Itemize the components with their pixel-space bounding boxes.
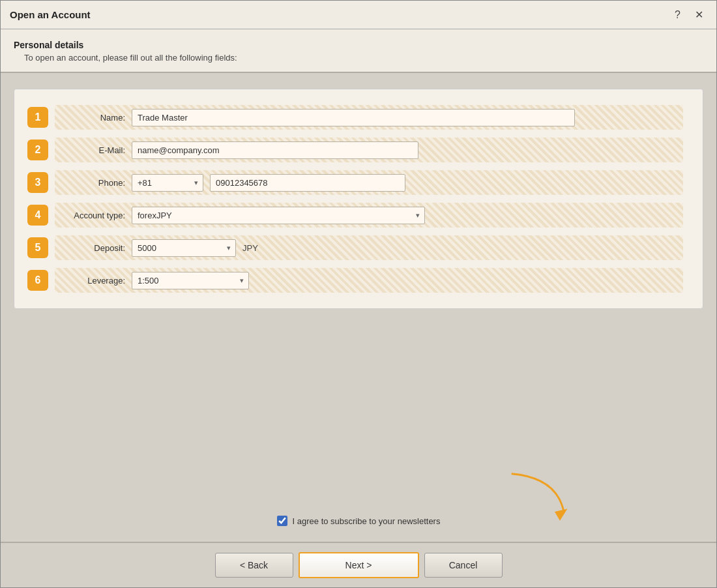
phone-row-hatch: Phone: +81 +1 +44 +86 +91 ▾ [55, 170, 683, 195]
leverage-label: Leverage: [60, 276, 125, 286]
phone-number-input[interactable] [210, 174, 405, 192]
button-bar: < Back Next > Cancel [1, 543, 716, 587]
form-row-account-type: 4 Account type: forexJPY forexUSD forexE… [27, 203, 683, 228]
phone-country-select[interactable]: +81 +1 +44 +86 +91 [132, 174, 203, 192]
title-bar: Open an Account ? ✕ [1, 1, 716, 29]
form-row-email: 2 E-Mail: [27, 138, 683, 162]
title-bar-buttons: ? ✕ [671, 8, 707, 22]
step-badge-1: 1 [27, 107, 48, 128]
email-input[interactable] [132, 141, 418, 159]
close-button[interactable]: ✕ [691, 8, 707, 22]
newsletter-checkbox[interactable] [277, 516, 287, 526]
step-badge-3: 3 [27, 172, 48, 193]
account-type-wrapper: forexJPY forexUSD forexEUR ▾ [132, 207, 425, 224]
name-row-hatch: Name: [55, 105, 683, 130]
email-row-hatch: E-Mail: [55, 138, 683, 162]
step-badge-5: 5 [27, 237, 48, 258]
section-subtitle: To open an account, please fill out all … [24, 53, 703, 63]
step-badge-4: 4 [27, 205, 48, 226]
newsletter-checkbox-area: I agree to subscribe to your newsletters [14, 503, 703, 531]
leverage-row-hatch: Leverage: 1:500 1:100 1:50 1:25 1:10 1:1… [55, 268, 683, 293]
leverage-wrapper: 1:500 1:100 1:50 1:25 1:10 1:1 ▾ [132, 272, 249, 289]
email-label: E-Mail: [60, 145, 125, 155]
section-title: Personal details [14, 40, 703, 50]
phone-country-wrapper: +81 +1 +44 +86 +91 ▾ [132, 174, 203, 192]
newsletter-checkbox-label: I agree to subscribe to your newsletters [293, 516, 441, 526]
phone-label: Phone: [60, 178, 125, 188]
leverage-select[interactable]: 1:500 1:100 1:50 1:25 1:10 1:1 [132, 272, 249, 289]
deposit-row-hatch: Deposit: 5000 10000 50000 100000 ▾ JPY [55, 235, 683, 260]
open-account-dialog: Open an Account ? ✕ Personal details To … [0, 0, 717, 588]
account-type-label: Account type: [60, 211, 125, 220]
form-row-phone: 3 Phone: +81 +1 +44 +86 +91 ▾ [27, 170, 683, 195]
header-section: Personal details To open an account, ple… [1, 29, 716, 73]
form-row-deposit: 5 Deposit: 5000 10000 50000 100000 ▾ JPY [27, 235, 683, 260]
name-label: Name: [60, 113, 125, 123]
account-type-select[interactable]: forexJPY forexUSD forexEUR [132, 207, 425, 224]
back-button[interactable]: < Back [215, 553, 293, 578]
form-row-leverage: 6 Leverage: 1:500 1:100 1:50 1:25 1:10 1… [27, 268, 683, 293]
account-type-row-hatch: Account type: forexJPY forexUSD forexEUR… [55, 203, 683, 228]
help-button[interactable]: ? [671, 8, 684, 22]
deposit-label: Deposit: [60, 243, 125, 253]
dialog-title: Open an Account [10, 9, 91, 20]
form-card: 1 Name: 2 E-Mail: 3 [14, 89, 703, 309]
form-row-name: 1 Name: [27, 105, 683, 130]
cancel-button[interactable]: Cancel [424, 553, 503, 578]
next-button[interactable]: Next > [299, 552, 419, 578]
deposit-wrapper: 5000 10000 50000 100000 ▾ [132, 239, 236, 257]
deposit-select[interactable]: 5000 10000 50000 100000 [132, 239, 236, 257]
step-badge-2: 2 [27, 140, 48, 160]
step-badge-6: 6 [27, 270, 48, 291]
currency-label: JPY [242, 243, 258, 253]
main-content: 1 Name: 2 E-Mail: 3 [1, 73, 716, 542]
name-input[interactable] [132, 109, 575, 126]
